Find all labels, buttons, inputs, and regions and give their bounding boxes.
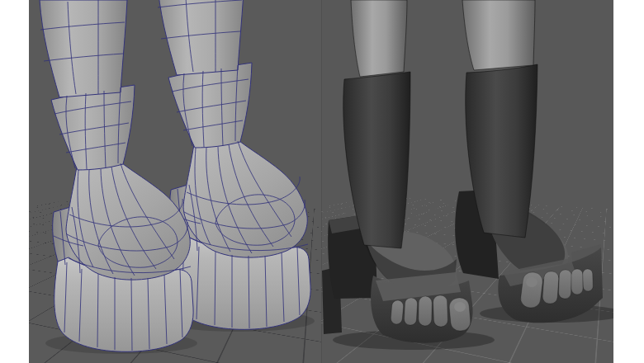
- shaded-viewport-pane[interactable]: [321, 0, 613, 363]
- toe: [404, 298, 418, 326]
- toe: [571, 269, 583, 295]
- shaded-model-svg: [321, 0, 613, 363]
- screenshot-canvas: [0, 0, 644, 363]
- toe: [583, 269, 594, 291]
- toe: [542, 271, 560, 304]
- leg-calf: [351, 0, 407, 77]
- toe: [558, 270, 571, 299]
- toe: [433, 295, 447, 328]
- wireframe-boots-model[interactable]: [40, 0, 315, 354]
- toe: [391, 299, 404, 324]
- big-toe-nail: [526, 277, 537, 287]
- 3d-viewport[interactable]: [29, 0, 613, 363]
- big-toe-nail: [454, 302, 466, 312]
- letterbox-left: [0, 0, 29, 363]
- left-platform-shoe-shaded[interactable]: [322, 0, 495, 350]
- leg-calf: [462, 0, 535, 70]
- shaded-feet-model[interactable]: [322, 0, 613, 350]
- right-platform-shoe-shaded[interactable]: [455, 0, 613, 323]
- letterbox-right: [613, 0, 644, 363]
- toe: [419, 296, 433, 326]
- wireframe-viewport-pane[interactable]: [29, 0, 321, 363]
- wireframe-model-svg: [29, 0, 321, 363]
